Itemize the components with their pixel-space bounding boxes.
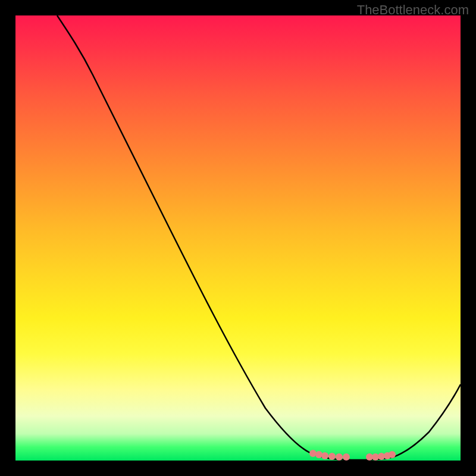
chart-container: TheBottleneck.com xyxy=(0,0,476,476)
svg-point-10 xyxy=(389,451,396,458)
curve-path xyxy=(57,15,461,460)
svg-point-1 xyxy=(315,451,322,458)
bottleneck-curve xyxy=(15,15,461,461)
svg-point-4 xyxy=(336,453,343,461)
svg-point-5 xyxy=(343,453,350,461)
svg-point-3 xyxy=(328,453,336,460)
watermark-text: TheBottleneck.com xyxy=(357,2,469,18)
plot-area xyxy=(15,15,461,461)
valley-scatter xyxy=(309,450,396,461)
svg-point-0 xyxy=(309,450,317,457)
svg-point-2 xyxy=(321,452,328,459)
